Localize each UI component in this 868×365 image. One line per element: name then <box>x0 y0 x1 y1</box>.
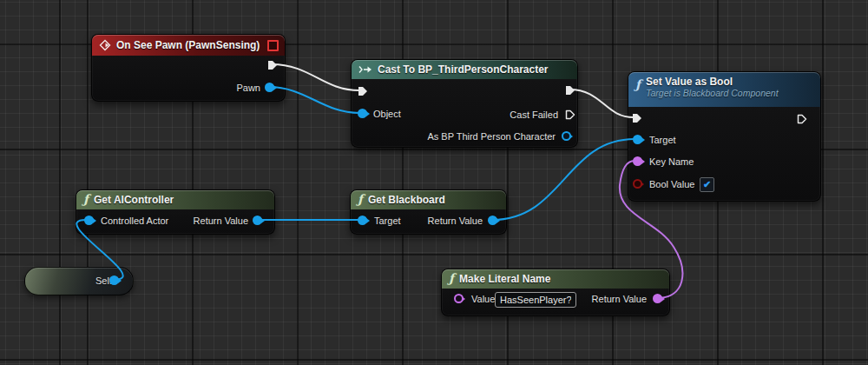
pin-label-target: Target <box>649 135 676 145</box>
delegate-pin[interactable] <box>267 40 279 51</box>
pin-label-controlled-actor: Controlled Actor <box>101 216 168 226</box>
return-value-out-pin[interactable] <box>253 216 262 225</box>
pin-label-target: Target <box>374 216 401 226</box>
node-make-literal-name[interactable]: ƒ Make Literal Name Value Return Value <box>441 269 670 316</box>
exec-out-pin[interactable] <box>266 59 279 71</box>
cast-failed-exec-pin[interactable] <box>564 109 576 121</box>
exec-in-pin[interactable] <box>357 85 369 97</box>
wire-exec-cast-to-setvalue <box>569 90 634 117</box>
return-value-out-pin[interactable] <box>653 294 662 303</box>
node-set-value-header[interactable]: ƒ Set Value as Bool Target is Blackboard… <box>628 72 820 107</box>
pin-label-bool-value: Bool Value <box>649 179 694 189</box>
function-icon: ƒ <box>358 193 363 205</box>
controlled-actor-in-pin[interactable] <box>84 216 94 225</box>
node-title: Get AIController <box>94 194 174 206</box>
exec-out-pin[interactable] <box>796 113 808 125</box>
pin-label-return-value: Return Value <box>592 294 647 304</box>
function-icon: ƒ <box>449 272 454 284</box>
node-title: Make Literal Name <box>459 273 550 285</box>
node-self[interactable]: Self <box>24 267 134 295</box>
pin-label-as-character: As BP Third Person Character <box>427 131 556 142</box>
node-cast-header[interactable]: Cast To BP_ThirdPersonCharacter <box>352 60 577 79</box>
node-on-see-pawn-header[interactable]: On See Pawn (PawnSensing) <box>92 35 285 56</box>
event-icon <box>99 39 111 51</box>
node-get-blackboard-header[interactable]: ƒ Get Blackboard <box>351 190 506 209</box>
cast-icon <box>358 65 372 74</box>
target-in-pin[interactable] <box>633 135 642 144</box>
node-title: Cast To BP_ThirdPersonCharacter <box>378 63 549 76</box>
node-cast-to-bp-thirdpersoncharacter[interactable]: Cast To BP_ThirdPersonCharacter Object C… <box>351 59 578 148</box>
node-set-value-as-bool[interactable]: ƒ Set Value as Bool Target is Blackboard… <box>628 71 821 202</box>
node-get-blackboard[interactable]: ƒ Get Blackboard Target Return Value <box>350 189 507 235</box>
key-name-in-pin[interactable] <box>633 156 642 166</box>
pin-label-object: Object <box>373 109 401 119</box>
value-in-pin[interactable] <box>454 294 464 303</box>
node-on-see-pawn[interactable]: On See Pawn (PawnSensing) Pawn <box>91 34 286 102</box>
pin-label-pawn: Pawn <box>236 83 260 93</box>
pin-label-return-value: Return Value <box>194 216 248 226</box>
bool-value-in-pin[interactable] <box>633 179 642 189</box>
node-subtitle: Target is Blackboard Component <box>646 88 779 98</box>
node-title: Set Value as Bool <box>646 76 779 88</box>
function-icon: ƒ <box>635 78 641 90</box>
object-in-pin[interactable] <box>358 109 367 118</box>
node-make-literal-name-header[interactable]: ƒ Make Literal Name <box>442 269 669 289</box>
pin-label-value: Value <box>471 294 495 304</box>
exec-out-pin[interactable] <box>564 84 576 96</box>
exec-in-pin[interactable] <box>631 112 643 124</box>
node-title: On See Pawn (PawnSensing) <box>116 39 260 51</box>
return-value-out-pin[interactable] <box>488 216 497 225</box>
pin-label-cast-failed: Cast Failed <box>510 110 558 120</box>
function-icon: ƒ <box>83 193 89 205</box>
as-character-out-pin[interactable] <box>562 131 571 141</box>
wire-blackboard-return-to-target <box>492 139 635 220</box>
pin-label-return-value: Return Value <box>428 216 483 226</box>
value-text-input[interactable] <box>495 292 576 308</box>
pin-label-key-name: Key Name <box>649 156 694 167</box>
node-get-aicontroller[interactable]: ƒ Get AIController Controlled Actor Retu… <box>76 189 275 235</box>
node-get-aicontroller-header[interactable]: ƒ Get AIController <box>76 190 274 209</box>
pawn-out-pin[interactable] <box>265 83 274 92</box>
target-in-pin[interactable] <box>358 216 367 225</box>
bool-value-checkbox[interactable]: ✔ <box>700 177 714 192</box>
self-out-pin[interactable] <box>109 275 119 285</box>
blueprint-graph-canvas[interactable]: On See Pawn (PawnSensing) Pawn Cast To B… <box>0 0 868 365</box>
node-title: Get Blackboard <box>368 194 445 206</box>
